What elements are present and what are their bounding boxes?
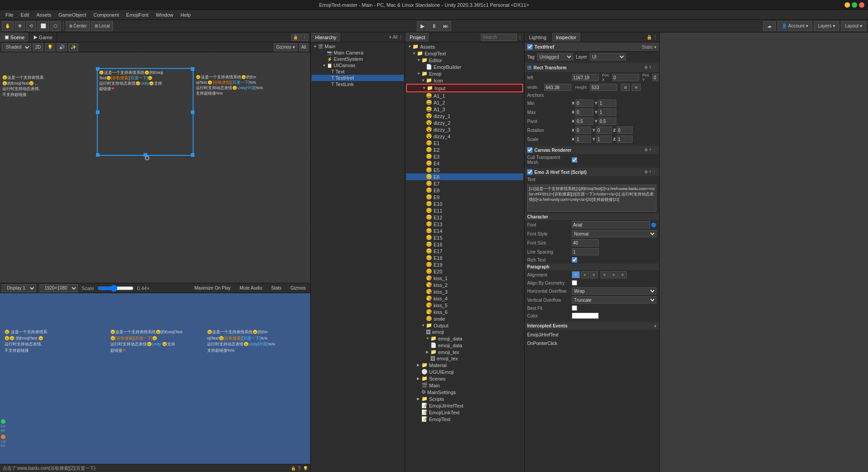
- min-x-input[interactable]: [575, 100, 593, 107]
- menu-help[interactable]: Help: [177, 11, 194, 18]
- tab-project[interactable]: Project: [405, 32, 430, 42]
- project-item-emoji-data-file[interactable]: 📄 emoji_data: [406, 342, 523, 349]
- minimize-button[interactable]: [845, 2, 850, 8]
- shaded-select[interactable]: Shaded: [2, 43, 31, 51]
- project-item-emoji[interactable]: 🖼 emoji: [406, 329, 523, 335]
- menu-assets[interactable]: Assets: [33, 11, 55, 18]
- project-item-a1-3[interactable]: 😀 A1_3: [406, 106, 523, 113]
- project-item-e1[interactable]: 😊 E1: [406, 140, 523, 146]
- line-spacing-input[interactable]: [572, 248, 599, 255]
- project-more-btn[interactable]: ⋮: [518, 34, 522, 41]
- project-item-scripts[interactable]: 📁 Scripts: [406, 395, 523, 402]
- project-item-material[interactable]: 📁 Material: [406, 362, 523, 368]
- v-overflow-select[interactable]: Truncate: [572, 296, 656, 304]
- rect-tool[interactable]: ⬡: [50, 21, 61, 31]
- display-select[interactable]: Display 1: [2, 284, 36, 292]
- project-item-a1-1[interactable]: 😀 A1_1: [406, 92, 523, 99]
- hierarchy-item-textlink[interactable]: T TextLink: [312, 81, 404, 87]
- project-item-e15[interactable]: 😊 E15: [406, 234, 523, 241]
- scene-lock-btn[interactable]: 🔒: [291, 34, 300, 41]
- best-fit-checkbox[interactable]: [572, 305, 577, 311]
- project-item-e18[interactable]: 😊 E18: [406, 254, 523, 261]
- project-item-e6[interactable]: 😊 E6: [406, 173, 523, 180]
- align-left-btn[interactable]: ≡: [572, 271, 580, 278]
- project-item-e14[interactable]: 😊 E14: [406, 227, 523, 234]
- project-item-e13[interactable]: 😊 E13: [406, 221, 523, 227]
- layout-btn[interactable]: Layout ▾: [841, 21, 866, 31]
- pivot-y-input[interactable]: [598, 118, 616, 125]
- stats-btn[interactable]: Stats: [268, 284, 284, 292]
- project-item-e10[interactable]: 😊 E10: [406, 200, 523, 207]
- play-button[interactable]: ▶: [417, 21, 428, 31]
- project-item-icon[interactable]: 📁 Icon: [406, 77, 523, 84]
- project-item-dizzy-3[interactable]: 😵 dizzy_3: [406, 126, 523, 133]
- min-y-input[interactable]: [598, 100, 616, 107]
- hand-tool[interactable]: ✋: [2, 21, 14, 31]
- h-overflow-select[interactable]: Wrap: [572, 287, 656, 295]
- project-item-emoji-ji-href[interactable]: 📝 EmojiJiHrefText: [406, 402, 523, 409]
- account-btn[interactable]: 👤 Account ▾: [778, 21, 812, 31]
- project-item-e2[interactable]: 😊 E2: [406, 146, 523, 153]
- tab-game[interactable]: ▶ Game: [29, 32, 57, 42]
- project-item-a1-2[interactable]: 😀 A1_2: [406, 99, 523, 106]
- rot-y-input[interactable]: [596, 127, 612, 134]
- fx-btn[interactable]: ✨: [68, 43, 78, 51]
- tab-scene[interactable]: ▣ Scene: [0, 32, 29, 42]
- color-preview[interactable]: [572, 313, 599, 319]
- project-item-e12[interactable]: 😊 E12: [406, 214, 523, 221]
- align-center-v-btn[interactable]: ≡: [610, 271, 618, 278]
- hierarchy-item-eventsystem[interactable]: ⚡ EventSystem: [312, 56, 404, 62]
- rect-transform-header[interactable]: ⊞ Rect Transform ⚙ ? ⋮: [524, 63, 659, 72]
- project-item-emoji-tex-img[interactable]: 🖼 emoji_tex: [406, 355, 523, 362]
- height-input[interactable]: [590, 84, 617, 91]
- project-item-emoji-folder[interactable]: 📁 Emoji: [406, 70, 523, 77]
- project-item-e4[interactable]: 😊 E4: [406, 160, 523, 167]
- project-item-kiss1[interactable]: 😘 kiss_1: [406, 275, 523, 281]
- hierarchy-more-btn[interactable]: ⋮: [398, 35, 403, 40]
- project-item-scenes[interactable]: 📁 Scenes: [406, 375, 523, 382]
- menu-window[interactable]: Window: [152, 11, 177, 18]
- project-item-e17[interactable]: 😊 E17: [406, 248, 523, 254]
- project-item-input[interactable]: 📁 Input: [406, 84, 523, 92]
- project-item-kiss2[interactable]: 😘 kiss_2: [406, 281, 523, 288]
- project-item-main-settings[interactable]: ⚙ MainSettings: [406, 389, 523, 395]
- audio-btn[interactable]: 🔊: [57, 43, 67, 51]
- 2d-btn[interactable]: 2D: [33, 43, 43, 51]
- rotate-tool[interactable]: ⟲: [26, 21, 36, 31]
- scale-tool[interactable]: ⬜: [37, 21, 49, 31]
- inspector-lock-btn[interactable]: 🔒: [646, 35, 652, 40]
- hierarchy-item-text[interactable]: T Text: [312, 68, 404, 75]
- maximize-on-play-btn[interactable]: Maximize On Play: [192, 284, 234, 292]
- project-item-dizzy-1[interactable]: 😵 dizzy_1: [406, 113, 523, 119]
- font-select-icon[interactable]: 🔵: [651, 222, 656, 227]
- align-by-geometry-checkbox[interactable]: [572, 280, 577, 286]
- blueprint-btn[interactable]: R: [632, 84, 641, 91]
- project-item-kiss5[interactable]: 😘 kiss_5: [406, 302, 523, 309]
- align-right-btn[interactable]: ≡: [590, 271, 598, 278]
- posx-input[interactable]: [612, 74, 639, 81]
- gizmos-btn[interactable]: Gizmos ▾: [274, 43, 297, 51]
- pause-button[interactable]: ⏸: [429, 21, 439, 31]
- pivot-center-btn[interactable]: ⊕ Center: [66, 21, 90, 31]
- scene-canvas[interactable]: 😐这是一个支持表情系 😐的EmojiText😐， 运行时支持动态表情。 不支持超…: [0, 52, 310, 283]
- project-item-kiss4[interactable]: 😘 kiss_4: [406, 295, 523, 302]
- font-input[interactable]: [572, 221, 650, 228]
- scale-z-input[interactable]: [617, 136, 633, 143]
- scene-more-btn[interactable]: ⋮: [301, 34, 308, 41]
- canvas-renderer-toggle[interactable]: [527, 147, 533, 153]
- mute-audio-btn[interactable]: Mute Audio: [237, 284, 265, 292]
- project-item-smile[interactable]: 😊 smile: [406, 315, 523, 322]
- max-y-input[interactable]: [598, 109, 616, 116]
- tab-inspector[interactable]: Inspector: [552, 32, 581, 42]
- align-bottom-btn[interactable]: ≡: [619, 271, 627, 278]
- layer-select[interactable]: UI: [590, 53, 626, 60]
- hierarchy-item-texthref[interactable]: T TextHref: [312, 75, 404, 81]
- cloud-btn[interactable]: ☁: [763, 21, 776, 31]
- step-button[interactable]: ⏭: [440, 21, 451, 31]
- project-item-dizzy-4[interactable]: 😵 dizzy_4: [406, 133, 523, 140]
- max-x-input[interactable]: [575, 109, 593, 116]
- menu-emojifont[interactable]: EmojiFont: [122, 11, 152, 18]
- project-item-emoji-tex-folder[interactable]: 📁 emoji_tex: [406, 349, 523, 355]
- project-item-emojitext[interactable]: 📁 EmojiText: [406, 50, 523, 57]
- project-item-emojitext-script[interactable]: 📝 EmojiText: [406, 416, 523, 422]
